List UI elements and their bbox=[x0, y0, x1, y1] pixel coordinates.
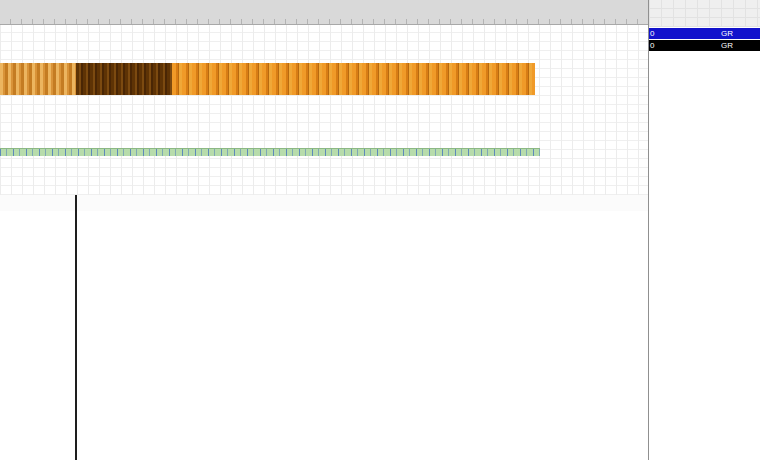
md-depth-ruler bbox=[0, 195, 648, 211]
geosteering-app: 0 GR 0 GR bbox=[0, 0, 760, 460]
gr-header-primary[interactable]: 0 GR bbox=[649, 28, 760, 39]
gr-header-secondary[interactable]: 0 GR bbox=[649, 40, 760, 51]
vs-ruler-minor-ticks bbox=[0, 19, 648, 24]
type-log-panel: 0 GR 0 GR bbox=[648, 0, 760, 460]
gas-show-track bbox=[0, 135, 548, 148]
lithology-track bbox=[0, 95, 548, 133]
section-divider bbox=[75, 195, 77, 460]
marker-band bbox=[0, 148, 540, 156]
gr-scale-min: 0 bbox=[650, 40, 654, 51]
vs-ruler bbox=[0, 0, 648, 25]
gr-scale-min: 0 bbox=[650, 28, 654, 39]
type-log-curve bbox=[649, 52, 760, 460]
vd-color-band bbox=[0, 63, 535, 95]
survey-value-bar bbox=[0, 186, 648, 195]
gr-curve-name: GR bbox=[721, 28, 733, 39]
cross-section bbox=[0, 200, 648, 460]
gr-curve-name: GR bbox=[721, 40, 733, 51]
type-log-panel-top bbox=[649, 0, 760, 27]
gr-curve-track bbox=[0, 25, 648, 63]
log-curve-track bbox=[0, 156, 648, 186]
